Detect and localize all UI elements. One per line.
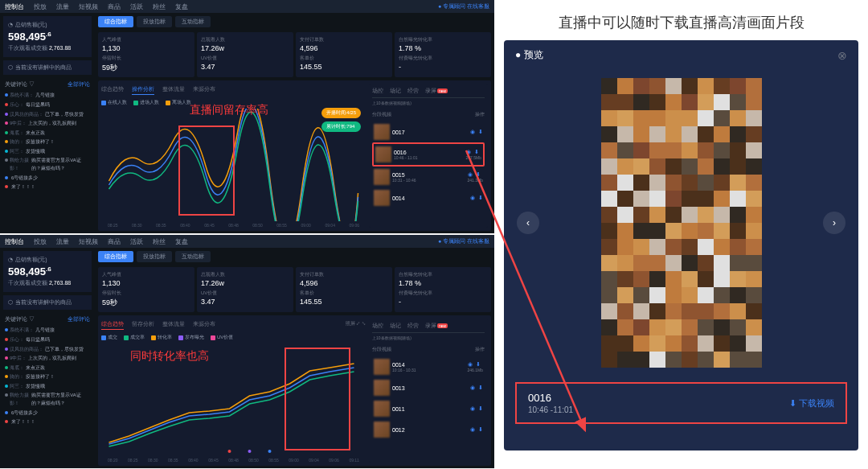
next-arrow[interactable]: › [823,212,845,234]
nav-item[interactable]: 粉丝 [153,237,166,246]
vp-pagination: 上10条数据视频(随场) [372,333,485,343]
nav-item[interactable]: 投放 [34,2,47,11]
dashboard-bottom: 控制台 投放 流量 短视频 商品 活跃 粉丝 复盘 ● 专属顾问 在线客服 ◔总… [0,235,494,468]
nav-item[interactable]: 流量 [56,2,69,11]
comment-item: 汉风坊的商品：已下单，尽快发货 [3,110,92,120]
comment-item: 系统不满：几号链接 [3,91,92,101]
stats-row: 人气峰值1,130停留时长59秒总观看人数17.26wUV价值3.47支付订单数… [98,32,491,77]
video-clip-item[interactable]: 0012◉⬇ [372,419,485,440]
tab-button[interactable]: 综合指标 [98,16,133,27]
comments-filter[interactable]: 关键评论 ▽ [5,315,35,323]
download-button[interactable]: ⬇ 下载视频 [789,397,834,409]
chart-annotation: 直播间留存率高 [190,103,268,117]
video-clip-item[interactable]: 001410:16 - 10:31◉⬇246.1Mb [372,356,485,377]
nav-item[interactable]: 短视频 [79,2,98,11]
info-card: ⬡当前没有讲解中的商品 [3,60,92,75]
nav-item[interactable]: 投放 [34,237,47,246]
nav-item[interactable]: 控制台 [5,2,24,11]
top-nav: 控制台 投放 流量 短视频 商品 活跃 粉丝 复盘 ● 专属顾问 在线客服 [0,0,494,13]
video-clip-item[interactable]: 001510:31 - 10:46◉⬇241.3Mb [372,167,485,187]
nav-item[interactable]: 流量 [56,237,69,246]
stat-card: 支付订单数4,596客单价145.55 [296,32,392,77]
prev-arrow[interactable]: ‹ [517,212,539,234]
eye-icon: ◉ [470,195,475,201]
download-icon: ⬇ [474,149,479,155]
vp-tab[interactable]: 场记 [390,87,401,95]
nav-item[interactable]: 商品 [108,2,121,11]
nav-item[interactable]: 控制台 [5,237,24,246]
clip-name: 0016 [528,392,573,404]
tab-button[interactable]: 投放指标 [137,251,172,262]
comment-item: 骑的：疫苗接种了！ [3,372,92,382]
vp-tab[interactable]: 经营 [407,322,419,330]
chart-tab[interactable]: 来源分布 [193,320,215,330]
comment-item: 6号链接多少 [3,409,92,418]
tab-button[interactable]: 投放指标 [137,16,172,27]
nav-support-badge[interactable]: ● 专属顾问 在线客服 [438,2,489,10]
metric-tabs: 综合指标 投放指标 互动指标 [98,251,491,262]
nav-item[interactable]: 复盘 [175,2,188,11]
chart-tab[interactable]: 留存分析 [132,320,154,330]
sidebar: ◔总销售额(元) 598,495.6 千次观看成交额 2,763.88 ⬡当前没… [0,248,95,468]
nav-item[interactable]: 粉丝 [153,2,166,11]
tab-button[interactable]: 综合指标 [98,251,133,262]
vp-tab[interactable]: 经营 [407,87,419,95]
comment-item: 我给力摄影！购买需要官方显示VA证的？麻烦有吗？ [3,156,92,173]
nav-item[interactable]: 活跃 [130,2,143,11]
nav-item[interactable]: 活跃 [130,237,143,246]
info-card: ⬡当前没有讲解中的商品 [3,295,92,310]
download-icon: ⬇ [476,361,481,368]
chart-tab[interactable]: 操作分析 [132,85,154,95]
eye-icon: ◉ [470,129,475,135]
svg-point-1 [248,450,252,453]
vp-tab[interactable]: 场记 [390,322,401,330]
chart-badge: 累计时长:794 [321,121,361,132]
tab-button[interactable]: 互动指标 [175,251,211,262]
expand-icon[interactable]: 照屏 ⤢ ⤡ [346,320,366,330]
nav-item[interactable]: 短视频 [79,237,98,246]
vp-tab[interactable]: 场控 [372,87,383,95]
shield-icon: ⬡ [8,64,13,71]
stat-card: 自然曝光转化率1.78 %付费曝光转化率- [395,267,491,312]
video-clip-item[interactable]: 0017◉⬇ [372,121,485,142]
nav-item[interactable]: 商品 [108,237,121,246]
download-icon: ⬇ [478,385,483,391]
comments-all-link[interactable]: 全部评论 [68,315,90,323]
svg-point-2 [268,450,272,453]
eye-icon: ◉ [468,361,473,368]
chart-annotation: 同时转化率也高 [130,349,209,364]
comment-item: 汉风坊的商品：已下单，尽快发货 [3,345,92,355]
close-icon[interactable]: ⊗ [837,49,847,62]
gauge-icon: ◔ [8,257,13,263]
video-clip-item[interactable]: 0013◉⬇ [372,377,485,398]
vp-tab[interactable]: 录屏new [425,87,448,95]
comment-item: 9中后：上次买的，双孔扳爬到 [3,119,92,129]
chart-tab[interactable]: 整体流量 [162,85,185,95]
nav-item[interactable]: 复盘 [175,237,188,246]
comments-list: 系统不满：几号链接乐心：每日坚果吗汉风坊的商品：已下单，尽快发货9中后：上次买的… [3,326,92,427]
comment-item: 来了！！！ [3,183,92,192]
chart-tab[interactable]: 综合趋势 [101,85,124,95]
eye-icon: ◉ [470,385,475,391]
vp-tab[interactable]: 场控 [372,322,383,330]
stat-card: 人气峰值1,130停留时长59秒 [98,267,194,312]
comment-item: 骑的：疫苗接种了！ [3,138,92,147]
vp-tab[interactable]: 录屏new [425,322,448,330]
comment-item: 9中后：上次买的，双孔扳爬到 [3,354,92,364]
video-clip-item[interactable]: 0011◉⬇ [372,398,485,419]
clip-time: 10:46 -11:01 [528,405,573,414]
chart-tabs: 综合趋势 留存分析 整体流量 来源分布 照屏 ⤢ ⤡ [101,319,366,331]
comments-all-link[interactable]: 全部评论 [68,80,90,88]
comments-filter[interactable]: 关键评论 ▽ [5,80,35,88]
chart-tab[interactable]: 来源分布 [193,85,215,95]
video-clip-item[interactable]: 0014◉⬇ [372,187,485,208]
chart-tab[interactable]: 整体流量 [162,320,185,330]
preview-footer: 0016 10:46 -11:01 ⬇ 下载视频 [515,382,847,424]
eye-icon: ◉ [470,405,475,412]
video-clip-item[interactable]: 001610:46 - 11:01◉⬇247.5Mb [372,142,485,167]
tab-button[interactable]: 互动指标 [175,16,211,27]
nav-support-badge[interactable]: ● 专属顾问 在线客服 [438,237,489,245]
comment-item: 乐心：每日坚果吗 [3,101,92,110]
download-icon: ⬇ [478,129,483,135]
chart-tab[interactable]: 综合趋势 [101,320,124,330]
